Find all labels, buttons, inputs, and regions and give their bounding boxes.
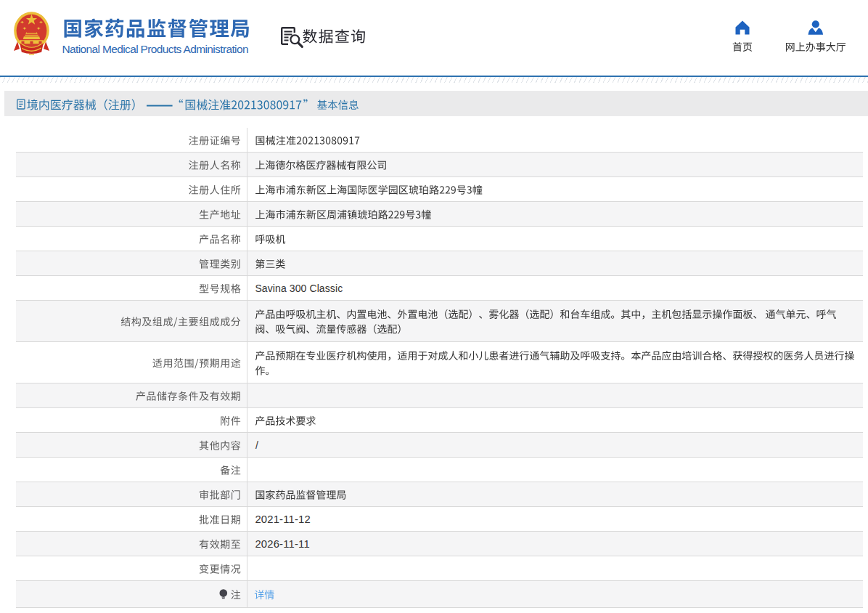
svg-text:National Medical Products Admi: National Medical Products Administration <box>62 43 249 55</box>
svg-text:Savina 300 Classic: Savina 300 Classic <box>255 283 343 294</box>
svg-text:2026-11-11: 2026-11-11 <box>255 538 310 550</box>
svg-text:2021-11-12: 2021-11-12 <box>255 513 311 525</box>
svg-text:/: / <box>255 439 258 451</box>
